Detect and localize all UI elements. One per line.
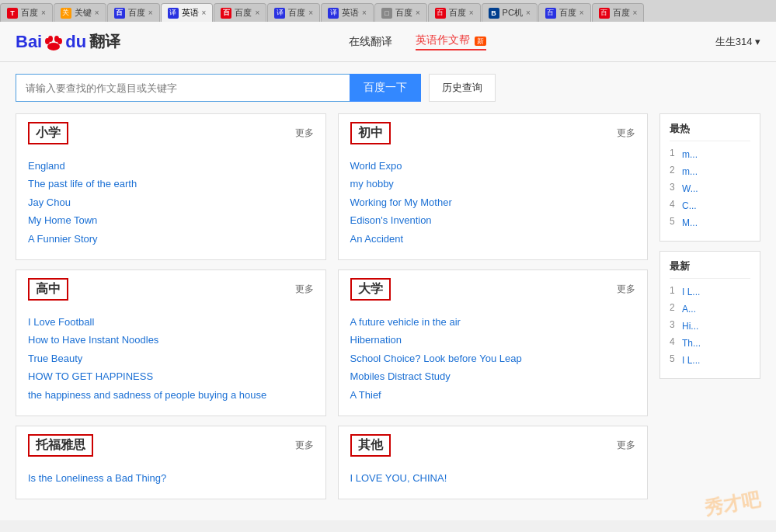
search-button[interactable]: 百度一下: [350, 74, 421, 102]
close-icon[interactable]: ×: [579, 9, 584, 17]
list-item[interactable]: School Choice? Look before You Leap: [350, 349, 636, 367]
list-item[interactable]: Working for My Mother: [350, 193, 636, 211]
sidebar-new-link-4[interactable]: Th...: [682, 336, 750, 350]
tab-9[interactable]: 百 百度 ×: [428, 3, 481, 22]
list-item[interactable]: Is the Loneliness a Bad Thing?: [28, 469, 314, 487]
university-header: 大学 更多: [350, 278, 636, 305]
toefl-header: 托福雅思 更多: [28, 434, 314, 461]
sidebar-hot-link-5[interactable]: M...: [682, 216, 750, 230]
tab-10[interactable]: B PC机 ×: [482, 3, 538, 22]
close-icon[interactable]: ×: [202, 9, 207, 17]
high-card: 高中 更多 I Love Football How to Have Instan…: [16, 269, 326, 416]
logo-text: Bai: [16, 32, 42, 52]
other-title: 其他: [350, 434, 391, 457]
tab-1[interactable]: T 百度 ×: [0, 3, 53, 22]
nav-badge: 新: [475, 37, 486, 46]
list-item[interactable]: A future vehicle in the air: [350, 313, 636, 331]
list-item[interactable]: World Expo: [350, 157, 636, 175]
list-item[interactable]: Hibernation: [350, 331, 636, 349]
close-icon[interactable]: ×: [416, 9, 420, 17]
history-button[interactable]: 历史查询: [429, 74, 496, 102]
sidebar-item: 4 C...: [670, 199, 750, 213]
list-item[interactable]: How to Have Instant Noodles: [28, 331, 314, 349]
close-icon[interactable]: ×: [95, 9, 99, 17]
svg-point-0: [47, 43, 60, 50]
baidu-paw-icon: [43, 31, 64, 53]
list-item[interactable]: An Accident: [350, 230, 636, 248]
nav-online[interactable]: 在线翻译: [349, 35, 392, 49]
sidebar-item: 3 Hi...: [670, 319, 750, 333]
tab-11[interactable]: 百 百度 ×: [538, 3, 591, 22]
list-item[interactable]: England: [28, 157, 314, 175]
right-column: 初中 更多 World Expo my hobby Working for My…: [338, 113, 649, 509]
other-more[interactable]: 更多: [617, 439, 635, 452]
nav-writing[interactable]: 英语作文帮 新: [416, 33, 486, 50]
middle-card: 初中 更多 World Expo my hobby Working for My…: [338, 113, 649, 260]
header-user[interactable]: 生生314 ▾: [715, 35, 760, 49]
sidebar-item: 1 I L...: [670, 285, 750, 299]
svg-point-4: [54, 36, 59, 42]
list-item[interactable]: HOW TO GET HAPPINESS: [28, 367, 314, 385]
sidebar-new-link-1[interactable]: I L...: [682, 285, 750, 299]
list-item[interactable]: my hobby: [350, 175, 636, 193]
middle-header: 初中 更多: [350, 122, 636, 149]
list-item[interactable]: I Love Football: [28, 313, 314, 331]
close-icon[interactable]: ×: [308, 9, 313, 17]
tab-12[interactable]: 百 百度 ×: [592, 3, 645, 22]
list-item[interactable]: Edison's Invention: [350, 211, 636, 229]
university-card: 大学 更多 A future vehicle in the air Hibern…: [338, 269, 649, 416]
list-item[interactable]: True Beauty: [28, 349, 314, 367]
elementary-more[interactable]: 更多: [295, 127, 314, 140]
list-item[interactable]: Jay Chou: [28, 193, 314, 211]
sidebar-hot-link-4[interactable]: C...: [682, 199, 750, 213]
sidebar-new-link-2[interactable]: A...: [682, 302, 750, 316]
toefl-more[interactable]: 更多: [295, 439, 314, 452]
university-title: 大学: [350, 278, 391, 301]
elementary-header: 小学 更多: [28, 122, 314, 149]
sidebar-item: 5 M...: [670, 216, 750, 230]
tab-8[interactable]: □ 百度 ×: [374, 3, 427, 22]
list-item[interactable]: My Home Town: [28, 211, 314, 229]
toefl-title: 托福雅思: [28, 434, 93, 457]
list-item[interactable]: Mobiles Distract Study: [350, 367, 636, 385]
list-item[interactable]: The past life of the earth: [28, 175, 314, 193]
sidebar-new-link-5[interactable]: I L...: [682, 353, 750, 367]
page-body: 百度一下 历史查询 小学 更多 England The past life of…: [0, 62, 776, 520]
close-icon[interactable]: ×: [255, 9, 259, 17]
tab-5[interactable]: 百 百度 ×: [214, 3, 266, 22]
logo-du: du: [65, 32, 86, 52]
list-item[interactable]: A Funnier Story: [28, 230, 314, 248]
close-icon[interactable]: ×: [633, 9, 638, 17]
tab-2[interactable]: 关 关键 ×: [54, 3, 106, 22]
close-icon[interactable]: ×: [362, 9, 367, 17]
search-input[interactable]: [16, 74, 350, 102]
sidebar-item: 4 Th...: [670, 336, 750, 350]
sidebar-new-link-3[interactable]: Hi...: [682, 319, 750, 333]
sidebar-hot-link-1[interactable]: m...: [682, 148, 750, 162]
tab-3[interactable]: 百 百度 ×: [107, 3, 160, 22]
tab-4[interactable]: 译 英语 ×: [161, 3, 214, 22]
tab-7[interactable]: 译 英语 ×: [321, 3, 374, 22]
sidebar-hot-link-2[interactable]: m...: [682, 165, 750, 179]
sidebar-item: 1 m...: [670, 148, 750, 162]
tab-6[interactable]: 译 百度 ×: [267, 3, 320, 22]
search-row: 百度一下 历史查询: [16, 74, 760, 102]
university-more[interactable]: 更多: [617, 283, 635, 296]
sidebar-item: 2 A...: [670, 302, 750, 316]
close-icon[interactable]: ×: [41, 9, 46, 17]
list-item[interactable]: the happiness and sadness of people buyi…: [28, 386, 314, 404]
middle-more[interactable]: 更多: [617, 127, 635, 140]
svg-point-3: [48, 36, 53, 42]
close-icon[interactable]: ×: [526, 9, 531, 17]
high-more[interactable]: 更多: [295, 283, 314, 296]
content-row: 小学 更多 England The past life of the earth…: [16, 113, 760, 509]
close-icon[interactable]: ×: [148, 9, 153, 17]
page-header: Bai du 翻译 在线翻译 英语作文帮 新 生生314 ▾: [0, 22, 776, 62]
toefl-card: 托福雅思 更多 Is the Loneliness a Bad Thing?: [16, 426, 326, 499]
close-icon[interactable]: ×: [469, 9, 474, 17]
list-item[interactable]: A Thief: [350, 386, 636, 404]
browser-tabs: T 百度 × 关 关键 × 百 百度 × 译 英语 × 百 百度 × 译 百度 …: [0, 0, 776, 22]
list-item[interactable]: I LOVE YOU, CHINA!: [350, 469, 636, 487]
sidebar-new-title: 最新: [670, 259, 750, 279]
sidebar-hot-link-3[interactable]: W...: [682, 182, 750, 196]
